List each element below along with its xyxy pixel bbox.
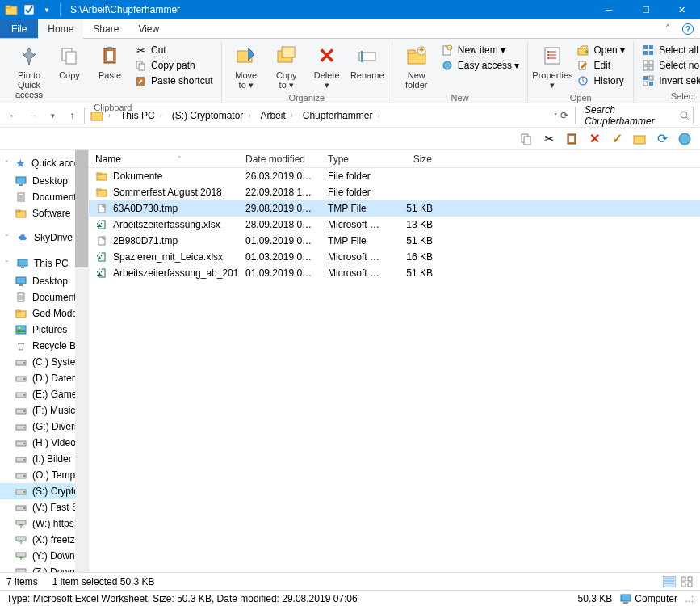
svg-rect-15 (361, 51, 363, 62)
copy-icon[interactable] (519, 132, 534, 146)
column-type[interactable]: Type (321, 150, 391, 167)
sidebar-label: SkyDrive (34, 232, 73, 243)
file-type: Microsoft Excel W... (321, 251, 391, 263)
up-button[interactable]: ↑ (65, 108, 79, 123)
ribbon-properties-button[interactable]: Properties▾ (533, 41, 572, 91)
ribbon-paste-button[interactable]: Paste (90, 41, 129, 82)
navigation-pane[interactable]: ˅★Quick accessDesktopDocumentsSoftware˅S… (0, 150, 89, 572)
file-row[interactable]: XArbeitszeiterfassung.xlsx28.09.2018 02:… (89, 217, 700, 233)
ribbon-cut-button[interactable]: ✂Cut (131, 43, 216, 57)
ribbon-history-button[interactable]: History (573, 74, 628, 88)
qat-dropdown-icon[interactable]: ▼ (40, 3, 53, 16)
ribbon-easyaccess-button[interactable]: Easy access ▾ (438, 58, 523, 73)
easyaccess-icon (441, 59, 454, 72)
svg-point-50 (679, 133, 690, 145)
column-size[interactable]: Size (391, 150, 439, 167)
file-type: TMP File (321, 235, 391, 246)
svg-point-81 (23, 475, 25, 477)
ribbon-selall-button[interactable]: Select all (639, 43, 700, 57)
file-row[interactable]: 2B980D71.tmp01.09.2019 04:23TMP File51 K… (89, 233, 700, 249)
expand-icon[interactable]: ˅ (5, 259, 11, 267)
ribbon-delete-button[interactable]: ✕Delete▾ (308, 41, 346, 91)
delete-icon: ✕ (314, 43, 340, 69)
svg-rect-13 (282, 47, 295, 57)
column-name[interactable]: Name˄ (89, 150, 239, 167)
file-tab[interactable]: File (0, 19, 38, 38)
large-icons-view-icon[interactable] (681, 576, 694, 587)
forward-button[interactable]: → (26, 108, 40, 123)
breadcrumb-segment[interactable]: Chupferhammer› (299, 107, 386, 124)
details-view-icon[interactable] (663, 576, 676, 587)
svg-point-21 (447, 45, 452, 50)
file-row[interactable]: XSpazieren_mit_Leica.xlsx01.03.2019 04:0… (89, 249, 700, 265)
paste-icon[interactable] (564, 132, 579, 146)
ribbon-edit-button[interactable]: Edit (573, 58, 628, 73)
ribbon-newitem-button[interactable]: New item ▾ (438, 43, 523, 57)
newfolder-icon[interactable] (632, 132, 647, 146)
maximize-button[interactable]: ☐ (627, 0, 664, 19)
delete-red-icon[interactable]: ✕ (587, 132, 601, 146)
address-dropdown-icon[interactable]: ˅ ⟳ (549, 110, 573, 121)
svg-point-73 (23, 410, 25, 412)
ribbon-pin-button[interactable]: Pin to Quickaccess (10, 41, 48, 101)
file-size: 13 KB (391, 219, 439, 230)
ribbon-group-label: New (451, 91, 469, 104)
share-tab[interactable]: Share (83, 19, 128, 38)
search-icon[interactable] (680, 111, 690, 120)
drive-icon (15, 372, 27, 385)
globe-icon[interactable] (677, 132, 692, 146)
ribbon-open-button[interactable]: Open ▾ (573, 43, 628, 57)
file-row[interactable]: Dokumente26.03.2019 09:42File folder (89, 168, 700, 184)
address-bar[interactable]: › This PC›(S:) Cryptomator›Arbeit›Chupfe… (84, 107, 576, 124)
file-row[interactable]: XArbeitszeiterfassung_ab_20180917.xlsx01… (89, 265, 700, 281)
ribbon-moveto-button[interactable]: Moveto ▾ (227, 41, 266, 91)
close-button[interactable]: ✕ (664, 0, 700, 19)
selnone-icon (642, 59, 655, 72)
ribbon-copyto-button[interactable]: Copyto ▾ (267, 41, 306, 91)
svg-rect-30 (643, 45, 648, 49)
drive-icon (15, 420, 27, 433)
home-tab[interactable]: Home (38, 19, 83, 38)
expand-icon[interactable]: ˅ (5, 234, 11, 242)
ribbon-tabs: File Home Share View ˄ ? (0, 19, 700, 39)
window-title: S:\Arbeit\Chupferhammer (67, 4, 591, 15)
ribbon-newfolder-button[interactable]: ✦Newfolder (397, 41, 436, 91)
ribbon-rename-button[interactable]: Rename (348, 41, 387, 82)
sidebar-label: (D:) Daten (32, 372, 77, 384)
refresh-icon[interactable]: ⟳ (655, 132, 669, 146)
help-icon[interactable]: ? (682, 23, 694, 35)
qat-checkbox-icon[interactable] (23, 3, 36, 16)
file-row[interactable]: 63A0D730.tmp29.08.2019 07:06TMP File51 K… (89, 200, 700, 217)
file-name: 2B980D71.tmp (113, 235, 178, 246)
file-list[interactable]: Name˄ Date modified Type Size Dokumente2… (89, 150, 700, 572)
ribbon-pastesc-button[interactable]: Paste shortcut (131, 74, 216, 88)
sidebar-scrollbar-thumb[interactable] (75, 150, 88, 267)
check-icon[interactable]: ✓ (610, 132, 624, 146)
svg-rect-65 (18, 343, 24, 344)
column-date[interactable]: Date modified (239, 150, 321, 167)
expand-icon[interactable]: ˅ (5, 159, 9, 167)
svg-text:X: X (96, 219, 103, 229)
ribbon-selnone-button[interactable]: Select none (639, 58, 700, 73)
minimize-ribbon-icon[interactable]: ˄ (660, 19, 676, 38)
breadcrumb-segment[interactable]: This PC› (116, 107, 168, 124)
search-box[interactable]: Search Chupferhammer (581, 107, 694, 124)
file-size: 51 KB (391, 235, 439, 246)
tooltip-size: 50.3 KB (578, 593, 613, 604)
cut-icon[interactable]: ✂ (542, 132, 556, 146)
view-tab[interactable]: View (128, 19, 169, 38)
ribbon-copy-button[interactable]: Copy (50, 41, 89, 82)
ribbon-invsel-button[interactable]: Invert selection (639, 74, 700, 88)
breadcrumb-segment[interactable]: (S:) Cryptomator› (168, 107, 257, 124)
back-button[interactable]: ← (6, 108, 21, 123)
ribbon-copypath-button[interactable]: Copy path (131, 58, 216, 73)
breadcrumb-segment[interactable]: Arbeit› (256, 107, 298, 124)
breadcrumb-root-icon[interactable]: › (86, 107, 116, 124)
copy-icon (57, 43, 82, 69)
recent-dropdown-icon[interactable]: ▾ (45, 108, 60, 123)
svg-point-75 (23, 427, 25, 428)
minimize-button[interactable]: ─ (591, 0, 627, 19)
pictures-icon (15, 323, 27, 336)
netdrive-icon (15, 549, 27, 562)
file-row[interactable]: Sommerfest August 201822.09.2018 12:17Fi… (89, 184, 700, 200)
